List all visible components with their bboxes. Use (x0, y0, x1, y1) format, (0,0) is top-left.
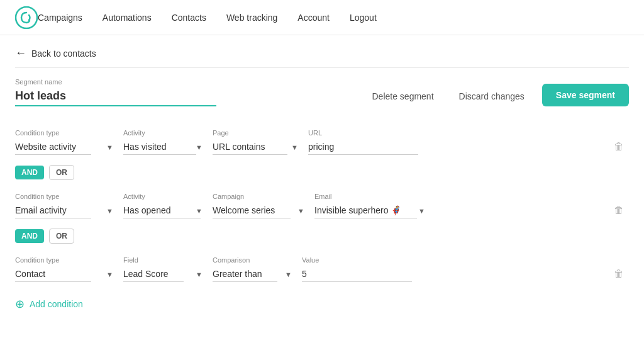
segment-header: Segment name Delete segment Discard chan… (0, 68, 644, 119)
field-select-wrapper-3: Lead Score First name Last name Email ▼ (123, 266, 205, 282)
save-segment-button[interactable]: Save segment (542, 84, 629, 106)
condition-type-label-2: Condition type (15, 193, 116, 200)
campaign-group-2: Campaign Welcome series Onboarding ▼ (213, 193, 307, 218)
logo-icon (15, 6, 38, 29)
nav-web-tracking[interactable]: Web tracking (226, 13, 277, 23)
value-group-3: Value (302, 256, 412, 282)
email-group-2: Email Invisible superhero 🦸 Welcome emai… (314, 193, 428, 218)
back-to-contacts-label: Back to contacts (31, 48, 96, 59)
chevron-down-icon: ▼ (196, 271, 203, 278)
campaign-select-2[interactable]: Welcome series Onboarding (213, 203, 291, 218)
condition-row-2: Condition type Website activity Email ac… (15, 183, 629, 223)
condition-type-select-wrapper-3: Website activity Email activity Contact … (15, 266, 116, 282)
value-label-3: Value (302, 256, 412, 264)
comparison-group-3: Comparison Greater than Less than Equals… (213, 256, 294, 282)
page-group-1: Page URL contains URL is URL starts with… (213, 129, 301, 155)
and-button-1[interactable]: AND (15, 166, 44, 179)
back-bar: ← Back to contacts (0, 35, 644, 67)
condition-type-select-wrapper-2: Website activity Email activity Contact … (15, 203, 116, 218)
condition-type-label-3: Condition type (15, 256, 116, 264)
chevron-down-icon: ▼ (297, 207, 304, 215)
activity-select-wrapper-2: Has opened Has not opened Has clicked ▼ (123, 203, 205, 218)
url-group-1: URL (308, 129, 418, 155)
condition-type-group-3: Condition type Website activity Email ac… (15, 256, 116, 282)
activity-select-2[interactable]: Has opened Has not opened Has clicked (123, 203, 201, 218)
and-button-2[interactable]: AND (15, 229, 44, 243)
chevron-down-icon: ▼ (106, 271, 113, 278)
chevron-down-icon: ▼ (106, 144, 113, 151)
add-condition-row[interactable]: ⊕ Add condition (15, 287, 629, 316)
nav-links: Campaigns Automations Contacts Web track… (38, 13, 377, 23)
logic-row-2: AND OR (15, 223, 629, 246)
chevron-down-icon: ▼ (196, 144, 203, 151)
back-arrow-icon: ← (15, 47, 26, 60)
activity-label-1: Activity (123, 129, 205, 137)
chevron-down-icon: ▼ (106, 207, 113, 215)
url-label-1: URL (308, 129, 418, 137)
nav-automations[interactable]: Automations (103, 13, 152, 23)
email-label-2: Email (314, 193, 428, 200)
campaign-select-wrapper-2: Welcome series Onboarding ▼ (213, 203, 307, 218)
comparison-label-3: Comparison (213, 256, 294, 264)
segment-name-label: Segment name (15, 78, 354, 86)
delete-segment-button[interactable]: Delete segment (364, 86, 441, 106)
page-label-1: Page (213, 129, 301, 137)
page-select-wrapper-1: URL contains URL is URL starts with ▼ (213, 139, 301, 155)
activity-group-1: Activity Has visited Has not visited ▼ (123, 129, 205, 155)
email-select-2[interactable]: Invisible superhero 🦸 Welcome email (314, 203, 417, 218)
delete-condition-3-button[interactable]: 🗑 (609, 266, 629, 282)
page-select-1[interactable]: URL contains URL is URL starts with (213, 139, 287, 155)
segment-name-input[interactable] (15, 88, 216, 106)
add-condition-label: Add condition (30, 299, 83, 309)
value-input-3[interactable] (302, 266, 412, 282)
svg-point-0 (16, 7, 37, 28)
condition-type-group-1: Condition type Website activity Email ac… (15, 129, 116, 155)
nav-logout[interactable]: Logout (350, 13, 377, 23)
nav-campaigns[interactable]: Campaigns (38, 13, 82, 23)
condition-row-3: Condition type Website activity Email ac… (15, 246, 629, 287)
segment-name-group: Segment name (15, 78, 354, 106)
back-to-contacts-link[interactable]: ← Back to contacts (15, 47, 96, 60)
condition-type-label-1: Condition type (15, 129, 116, 137)
activity-group-2: Activity Has opened Has not opened Has c… (123, 193, 205, 218)
conditions-area: Condition type Website activity Email ac… (0, 119, 644, 326)
field-label-3: Field (123, 256, 205, 264)
email-select-wrapper-2: Invisible superhero 🦸 Welcome email ▼ (314, 203, 428, 218)
or-button-1[interactable]: OR (49, 165, 74, 180)
activity-label-2: Activity (123, 193, 205, 200)
delete-condition-1-button[interactable]: 🗑 (609, 139, 629, 155)
nav-contacts[interactable]: Contacts (172, 13, 206, 23)
condition-row-1: Condition type Website activity Email ac… (15, 119, 629, 160)
chevron-down-icon: ▼ (291, 144, 298, 151)
delete-condition-2-button[interactable]: 🗑 (609, 202, 629, 218)
activity-select-wrapper-1: Has visited Has not visited ▼ (123, 139, 205, 155)
add-condition-icon: ⊕ (15, 297, 25, 311)
chevron-down-icon: ▼ (285, 271, 292, 278)
field-select-3[interactable]: Lead Score First name Last name Email (123, 266, 184, 282)
condition-type-select-3[interactable]: Website activity Email activity Contact (15, 266, 91, 282)
condition-type-select-1[interactable]: Website activity Email activity Contact (15, 139, 91, 155)
url-input-1[interactable] (308, 139, 418, 155)
navbar: Campaigns Automations Contacts Web track… (0, 0, 644, 35)
chevron-down-icon: ▼ (418, 207, 425, 215)
comparison-select-3[interactable]: Greater than Less than Equals (213, 266, 277, 282)
campaign-label-2: Campaign (213, 193, 307, 200)
activity-select-1[interactable]: Has visited Has not visited (123, 139, 196, 155)
condition-type-group-2: Condition type Website activity Email ac… (15, 193, 116, 218)
condition-type-select-wrapper-1: Website activity Email activity Contact … (15, 139, 116, 155)
field-group-3: Field Lead Score First name Last name Em… (123, 256, 205, 282)
comparison-select-wrapper-3: Greater than Less than Equals ▼ (213, 266, 294, 282)
discard-changes-button[interactable]: Discard changes (452, 86, 532, 106)
logic-row-1: AND OR (15, 160, 629, 183)
nav-account[interactable]: Account (297, 13, 330, 23)
condition-type-select-2[interactable]: Website activity Email activity Contact (15, 203, 91, 218)
or-button-2[interactable]: OR (49, 229, 74, 244)
